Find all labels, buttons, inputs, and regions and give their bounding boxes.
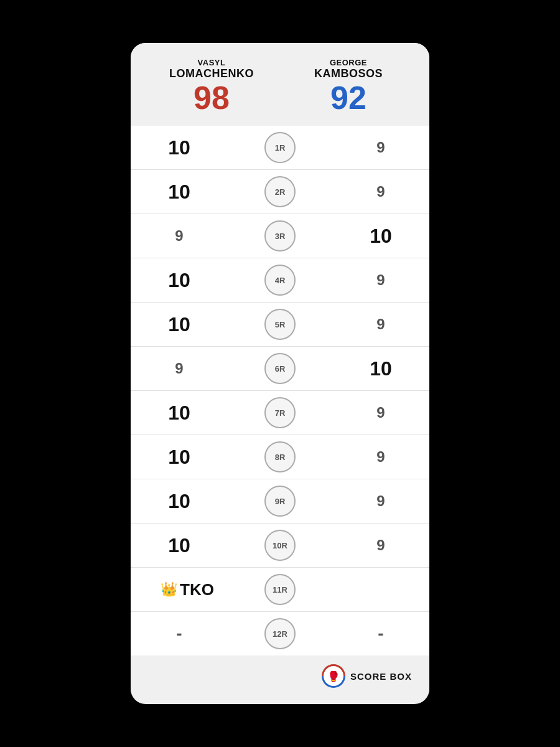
round-badge: 9R [264, 486, 296, 517]
round-badge: 12R [264, 618, 296, 649]
round-badge: 2R [264, 176, 296, 207]
score-right: 9 [362, 183, 399, 200]
score-left: 10 [161, 136, 198, 159]
score-right: 10 [362, 357, 399, 380]
score-right: 9 [362, 316, 399, 333]
round-row: 1010R9 [131, 524, 429, 568]
score-right-dash: - [362, 624, 399, 644]
score-right: 10 [362, 225, 399, 248]
round-row: 93R10 [131, 214, 429, 258]
tko-text: TKO [180, 580, 214, 599]
fighter2-total-score: 92 [280, 80, 417, 116]
score-left: 10 [161, 313, 198, 336]
round-badge: 11R [264, 574, 296, 605]
round-badge: 1R [264, 132, 296, 163]
round-badge: 10R [264, 530, 296, 561]
round-row: 108R9 [131, 435, 429, 479]
fighter1-total-score: 98 [143, 80, 280, 116]
round-row: 104R9 [131, 258, 429, 303]
score-left: 10 [161, 402, 198, 425]
scorebox-footer: 🥊 SCORE BOX [131, 655, 429, 692]
round-badge: 6R [264, 353, 296, 384]
round-badge: 7R [264, 397, 296, 428]
fighter2-name-top: GEORGE [280, 58, 417, 68]
round-row: 101R9 [131, 126, 429, 170]
fighter2-info: GEORGE KAMBOSOS 92 [280, 58, 417, 116]
score-right: 9 [362, 492, 399, 510]
score-left: 10 [161, 181, 198, 204]
scorecard-header: VASYL LOMACHENKO 98 GEORGE KAMBOSOS 92 [131, 43, 429, 126]
score-left: 9 [161, 360, 198, 377]
score-right: 9 [362, 448, 399, 466]
score-left-dash: - [161, 624, 198, 644]
scorebox-brand-name: SCORE BOX [350, 671, 412, 682]
round-badge: 8R [264, 441, 296, 472]
score-left: 9 [161, 227, 198, 245]
fighter1-info: VASYL LOMACHENKO 98 [143, 58, 280, 116]
rounds-container: 101R9102R993R10104R9105R996R10107R9108R9… [131, 126, 429, 655]
boxing-gloves-icon: 🥊 [327, 670, 340, 682]
tko-label: 👑TKO [161, 580, 198, 599]
round-badge: 3R [264, 220, 296, 251]
round-row: 96R10 [131, 347, 429, 391]
round-row: -12R- [131, 612, 429, 655]
score-right: 9 [362, 139, 399, 156]
scorecard: VASYL LOMACHENKO 98 GEORGE KAMBOSOS 92 1… [131, 43, 429, 705]
round-row: 102R9 [131, 170, 429, 214]
round-row: 👑TKO11R [131, 568, 429, 612]
score-right: 9 [362, 271, 399, 289]
score-left: 10 [161, 490, 198, 513]
fighter1-name-top: VASYL [143, 58, 280, 68]
round-row: 107R9 [131, 391, 429, 435]
score-left: 10 [161, 446, 198, 469]
round-row: 109R9 [131, 479, 429, 524]
score-left: 10 [161, 534, 198, 557]
scorebox-logo-icon: 🥊 [322, 664, 345, 688]
score-right: 9 [362, 404, 399, 421]
score-right: 9 [362, 537, 399, 554]
round-badge: 5R [264, 309, 296, 340]
round-row: 105R9 [131, 303, 429, 347]
crown-icon: 👑 [161, 581, 177, 598]
score-left: 10 [161, 269, 198, 292]
fighter1-name-bottom: LOMACHENKO [143, 67, 280, 80]
round-badge: 4R [264, 265, 296, 296]
fighter2-name-bottom: KAMBOSOS [280, 67, 417, 80]
